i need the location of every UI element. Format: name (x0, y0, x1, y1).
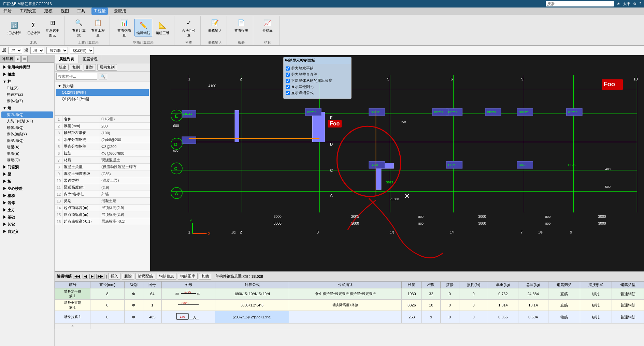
btn-delete[interactable]: 删除 (84, 64, 96, 71)
cell-2-loss[interactable]: 0 (459, 300, 488, 311)
cell-1-dia[interactable]: 8 (90, 288, 125, 300)
cell-3-formula[interactable]: (200-2*15)+2*(5*d+1.9*d) (215, 311, 289, 324)
btn-cloud-indicator[interactable]: 📈 云指标 (259, 16, 276, 34)
grid-select[interactable]: Q1(2排) (70, 47, 94, 54)
tree-section-decoration-header[interactable]: ▶ 装修 (1, 200, 53, 206)
cell-1-formula[interactable]: 1800-15+10*d-15+10*d (215, 288, 289, 300)
cell-3-name[interactable]: 墙身拉筋·1 (55, 311, 90, 324)
cell-1-grade[interactable]: Φ (124, 288, 143, 300)
cell-1-rbtype[interactable]: 普通钢筋 (612, 288, 644, 300)
btn-copy-floor[interactable]: 层间复制 (97, 64, 117, 71)
prop-value[interactable]: Q1(2排) (100, 116, 150, 123)
prop-value[interactable]: (低流动性混凝土碎石... (100, 164, 150, 170)
rebar-check-other[interactable] (286, 85, 290, 89)
cell-3-class[interactable]: 箍筋 (548, 311, 580, 324)
btn-view-report[interactable]: 📄 查看报表 (232, 16, 250, 34)
rebar-nav-next[interactable]: ▶ (89, 274, 95, 279)
cell-2-grade[interactable]: Φ (124, 300, 143, 311)
btn-calc2[interactable]: Σ 汇总计算 (25, 19, 42, 36)
prop-value[interactable]: 层顶标高(2.9) (100, 205, 150, 211)
tab-props[interactable]: 属性列表 (55, 55, 78, 63)
cell-2-formula[interactable]: 3000+1.2*34*8 (215, 300, 289, 311)
cell-3-desc[interactable] (289, 311, 401, 324)
cell-2-shape[interactable]: 3326 (162, 300, 215, 311)
menu-build[interactable]: 建模 (42, 7, 55, 15)
btn-table-input[interactable]: 📝 表格输入 (206, 16, 224, 34)
rebar-check-vert[interactable] (286, 73, 290, 77)
tree-section-hollow-header[interactable]: ▶ 空心楼盖 (1, 185, 53, 192)
rebar-nav-last[interactable]: ▶▶ (96, 274, 104, 279)
cell-2-class[interactable]: 直筋 (548, 300, 580, 311)
cell-3-len[interactable]: 253 (402, 311, 422, 324)
prop-value[interactable]: (100) (100, 130, 150, 136)
btn-view-rebar[interactable]: 📊 查看钢筋量 (115, 16, 133, 39)
cell-1-ovlp[interactable]: 0 (440, 288, 459, 300)
cell-1-name[interactable]: 墙身水平钢筋·1 (55, 288, 90, 300)
tree-section-col-header[interactable]: ▼ 柱 (1, 78, 53, 85)
tree-section-other-header[interactable]: ▶ 其它 (1, 221, 53, 228)
btn-delete-rebar[interactable]: 删除 (122, 273, 134, 280)
tree-item-shear-wall[interactable]: 剪力墙(Q) (1, 111, 53, 118)
cell-3-shapenum[interactable]: 485 (143, 311, 162, 324)
cell-3-ovtype[interactable]: 绑扎 (580, 311, 612, 324)
tree-item-masonry-bar[interactable]: 砌体加筋(Y) (1, 131, 53, 137)
btn-view-qty[interactable]: 📋 查看工程量 (89, 16, 107, 39)
prop-value[interactable]: Φ8@200 (100, 143, 150, 150)
cell-2-rbtype[interactable]: 普通钢筋 (612, 300, 644, 311)
cell-1-class[interactable]: 直筋 (548, 288, 580, 300)
tree-item-masonry-wall[interactable]: 砌体墙(Q) (1, 124, 53, 131)
cell-1-ovtype[interactable]: 绑扎 (580, 288, 612, 300)
nav-tree-btn[interactable]: ⊞ (22, 56, 28, 62)
btn-copy[interactable]: 复制 (70, 64, 82, 71)
btn-rebar-other[interactable]: 其他 (199, 273, 211, 280)
menu-cloud[interactable]: 云应用 (112, 7, 128, 15)
search-bar[interactable]: 搜索 (546, 1, 614, 6)
cell-1-cnt[interactable]: 32 (422, 288, 441, 300)
cell-1-uw[interactable]: 0.762 (488, 288, 518, 300)
tree-item-masonry-col[interactable]: 砌体柱(Z) (1, 98, 53, 104)
tree-node-q1[interactable]: Q1(2排) [内墙] (56, 89, 149, 96)
cell-2-ovtype[interactable]: 绑扎 (580, 300, 612, 311)
btn-view-formula[interactable]: 🔍 查看计算式 (70, 16, 88, 39)
cell-1-shape[interactable]: 80 1770 80 (162, 288, 215, 300)
cell-1-shapenum[interactable]: 64 (143, 288, 162, 300)
btn-legal-check[interactable]: ✓ 合法性检查 (180, 16, 198, 39)
cell-3-shape[interactable]: 170 (162, 311, 215, 324)
tree-node-q1-outer[interactable]: Q1(2排)-2 [外墙] (56, 96, 149, 102)
rebar-check-detail[interactable] (286, 91, 290, 95)
tree-item-curtain-wall[interactable]: 幕墙(Q) (1, 157, 53, 163)
settings-icon[interactable]: ⚙ (633, 2, 636, 6)
tree-section-custom-header[interactable]: ▶ 自定义 (1, 228, 53, 235)
wall-type-select[interactable]: 剪力墙 (46, 47, 68, 54)
cell-2-desc[interactable]: 墙实际高度+搭接 (289, 300, 401, 311)
prop-value[interactable]: 现浇混凝土 (100, 157, 150, 164)
prop-value[interactable]: 外墙 (100, 191, 150, 198)
rebar-nav-first[interactable]: ◀◀ (73, 274, 81, 279)
cell-2-len[interactable]: 3326 (402, 300, 422, 311)
prop-value[interactable]: 混凝土墙 (100, 198, 150, 205)
btn-rebar-3d[interactable]: 📐 钢筋三维 (154, 19, 171, 36)
btn-edit-rebar[interactable]: ✏️ 编辑钢筋 (134, 19, 152, 36)
tree-section-door-header[interactable]: ▶ 门窗洞 (1, 164, 53, 170)
tree-item-struct-col[interactable]: 构造柱(Z) (1, 91, 53, 98)
prop-value[interactable]: 层底标高(-0.1) (100, 218, 150, 225)
cell-2-shapenum[interactable]: 1 (143, 300, 162, 311)
cell-3-grade[interactable]: Φ (124, 311, 143, 324)
btn-new[interactable]: 新建 (56, 64, 69, 71)
btn-insert-rebar[interactable]: 插入 (108, 273, 120, 280)
cell-2-dia[interactable]: 8 (90, 300, 125, 311)
cell-2-tw[interactable]: 13.14 (518, 300, 548, 311)
tree-section-axis-header[interactable]: ▶ 轴线 (1, 71, 53, 78)
tab-layers[interactable]: 图层管理 (78, 55, 102, 63)
tree-section-earthwork-header[interactable]: ▶ 土方 (1, 207, 53, 213)
prop-value[interactable]: (2)Φ8@200 (100, 136, 150, 143)
tree-section-slab-header[interactable]: ▶ 板 (1, 178, 53, 185)
prop-value[interactable]: (混凝土泵) (100, 177, 150, 184)
btn-rebar-info[interactable]: 钢筋信息 (157, 273, 176, 280)
rebar-check-extend[interactable] (286, 79, 290, 83)
search-input[interactable] (56, 73, 97, 80)
search-btn[interactable]: 🔍 (99, 74, 107, 79)
cell-1-tw[interactable]: 24.384 (518, 288, 548, 300)
wall-select[interactable]: 墙 (30, 47, 44, 54)
cell-1-len[interactable]: 1930 (402, 288, 422, 300)
